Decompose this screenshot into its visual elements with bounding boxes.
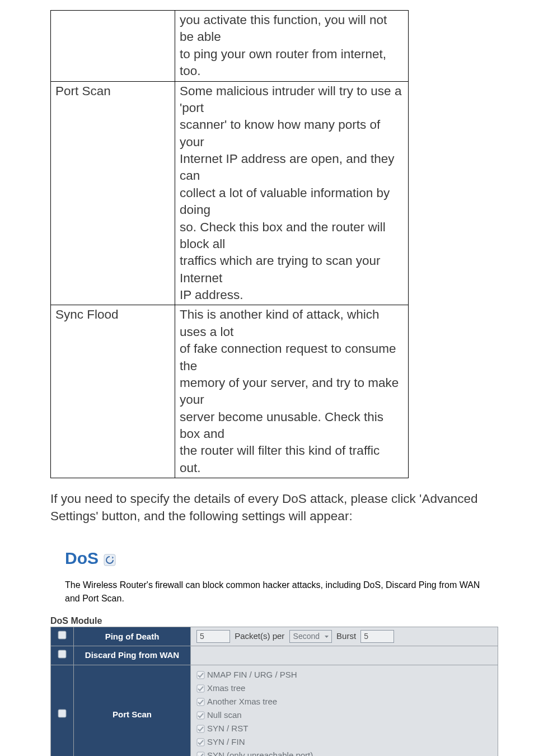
ping-of-death-checkbox-cell — [51, 627, 74, 646]
ping-of-death-fields: 5 Packet(s) per Second Burst 5 — [191, 627, 498, 646]
dos-module-heading: DoS Module — [50, 615, 484, 627]
top-row2-label: Sync Flood — [51, 305, 175, 478]
discard-ping-checkbox-cell — [51, 646, 74, 665]
port-scan-label: Port Scan — [74, 665, 191, 756]
discard-ping-label: Discard Ping from WAN — [74, 646, 191, 665]
ping-burst-label: Burst — [336, 631, 356, 641]
svg-rect-3 — [58, 710, 66, 717]
portscan-item[interactable]: SYN / FIN — [207, 737, 245, 746]
intro-text: The Wireless Router's firewall can block… — [65, 578, 484, 604]
ping-unit-select[interactable]: Second — [289, 630, 332, 643]
chevron-down-icon — [324, 631, 329, 643]
top-row1-label: Port Scan — [51, 81, 175, 305]
svg-rect-4 — [197, 671, 204, 679]
discard-ping-checkbox[interactable] — [58, 651, 67, 660]
top-row1-desc: Some malicious intruder will try to use … — [175, 81, 409, 305]
ping-of-death-label: Ping of Death — [74, 627, 191, 646]
description-table-top: you activate this function, you will not… — [50, 10, 409, 478]
top-row0-desc: you activate this function, you will not… — [175, 11, 409, 82]
intro-paragraph: If you need to specify the details of ev… — [50, 491, 484, 525]
svg-rect-8 — [197, 725, 204, 732]
svg-rect-6 — [197, 698, 204, 706]
top-row2-desc: This is another kind of attack, which us… — [175, 305, 409, 478]
dos-module-table: Ping of Death 5 Packet(s) per Second Bur… — [50, 627, 498, 756]
svg-rect-9 — [197, 739, 204, 746]
port-scan-fields: NMAP FIN / URG / PSH Xmas tree Another X… — [191, 665, 498, 756]
portscan-item[interactable]: SYN / RST — [207, 724, 248, 733]
discard-ping-fields — [191, 646, 498, 665]
svg-rect-7 — [197, 712, 204, 719]
port-scan-checkbox[interactable] — [58, 710, 67, 720]
portscan-item[interactable]: Xmas tree — [207, 683, 245, 693]
top-row0-label — [51, 11, 175, 82]
svg-rect-5 — [197, 685, 204, 692]
ping-burst-input[interactable]: 5 — [360, 630, 394, 643]
svg-rect-1 — [58, 631, 66, 639]
ping-packets-input[interactable]: 5 — [196, 630, 230, 643]
portscan-item[interactable]: SYN (only unreachable port) — [207, 750, 313, 756]
dos-heading: DoS — [65, 547, 99, 570]
svg-rect-2 — [58, 650, 66, 658]
portscan-item[interactable]: Null scan — [207, 710, 242, 720]
ping-packets-label: Packet(s) per — [235, 631, 284, 641]
portscan-item[interactable]: NMAP FIN / URG / PSH — [207, 670, 297, 679]
port-scan-checkbox-cell — [51, 665, 74, 756]
ping-of-death-checkbox[interactable] — [58, 632, 67, 641]
portscan-item[interactable]: Another Xmas tree — [207, 697, 277, 706]
refresh-icon[interactable] — [104, 554, 116, 571]
